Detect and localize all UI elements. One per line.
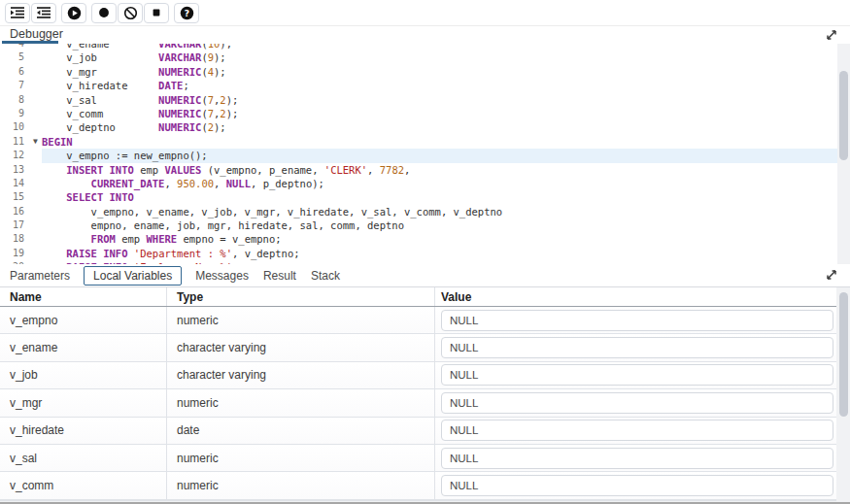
tab-messages[interactable]: Messages <box>194 267 250 285</box>
code-text: RAISE INFO 'Department : %', v_deptno; <box>42 247 837 260</box>
line-number[interactable]: 19 <box>0 247 29 260</box>
fold-gutter <box>29 205 42 218</box>
line-number[interactable]: 16 <box>0 205 29 218</box>
expand-editor-button[interactable] <box>824 27 839 43</box>
column-header-value[interactable]: Value <box>435 287 836 306</box>
column-header-name[interactable]: Name <box>0 287 167 306</box>
no-breakpoint-icon <box>123 6 138 20</box>
code-line: 13 INSERT INTO emp VALUES (v_empno, p_en… <box>0 163 837 177</box>
line-number[interactable]: 11 <box>0 135 29 149</box>
line-number[interactable]: 8 <box>0 93 29 107</box>
code-line: 11▼BEGIN <box>0 135 837 149</box>
variable-value-input[interactable] <box>441 310 833 331</box>
variable-row[interactable]: v_salnumeric <box>0 445 850 472</box>
code-editor[interactable]: 4 v_ename VARCHAR(10);5 v_job VARCHAR(9)… <box>0 44 850 264</box>
variable-row[interactable]: v_mgrnumeric <box>0 389 850 417</box>
variable-name: v_job <box>0 362 167 388</box>
variable-value-input[interactable] <box>441 364 833 386</box>
code-line: 12 v_empno := new_empno(); <box>0 149 837 162</box>
variable-value-input[interactable] <box>441 392 833 414</box>
tab-result[interactable]: Result <box>262 267 297 285</box>
code-text: v_hiredate DATE; <box>42 79 837 92</box>
fold-gutter <box>29 79 42 92</box>
continue-button[interactable] <box>61 3 86 23</box>
variable-name: v_mgr <box>0 389 167 416</box>
toolbar-button-group <box>91 3 170 23</box>
help-button[interactable]: ? <box>174 3 199 23</box>
fold-gutter <box>29 218 42 232</box>
fold-gutter <box>29 163 42 177</box>
variable-row[interactable]: v_jobcharacter varying <box>0 362 850 389</box>
debugger-window: ? Debugger 4 v_ename VARCHAR(10);5 v_job… <box>0 0 850 504</box>
variable-type: character varying <box>167 334 435 360</box>
variable-row[interactable]: v_hiredatedate <box>0 418 850 445</box>
code-text: v_sal NUMERIC(7,2); <box>42 93 837 107</box>
variable-row[interactable]: v_commnumeric <box>0 472 850 499</box>
expand-icon <box>824 267 839 283</box>
continue-icon <box>67 6 82 20</box>
debugger-panel-tabs: ParametersLocal VariablesMessagesResultS… <box>0 264 850 287</box>
tab-parameters[interactable]: Parameters <box>9 267 71 285</box>
line-number[interactable]: 9 <box>0 107 29 120</box>
fold-gutter <box>29 93 42 107</box>
tab-stack[interactable]: Stack <box>310 267 341 285</box>
code-line: 5 v_job VARCHAR(9); <box>0 50 837 64</box>
fold-gutter <box>29 177 42 190</box>
variable-type: numeric <box>167 389 435 416</box>
svg-text:?: ? <box>184 8 188 17</box>
expand-icon <box>824 27 839 43</box>
column-header-type[interactable]: Type <box>167 287 435 306</box>
variable-value-input[interactable] <box>441 420 833 441</box>
line-number[interactable]: 18 <box>0 232 29 246</box>
variable-value-cell <box>435 472 836 498</box>
toolbar-button-group: ? <box>174 3 200 23</box>
line-number[interactable]: 4 <box>0 44 29 50</box>
variable-type: character varying <box>167 362 435 388</box>
code-line: 18 FROM emp WHERE empno = v_empno; <box>0 232 837 246</box>
fold-gutter <box>29 120 42 134</box>
variable-name: v_comm <box>0 472 167 498</box>
grid-scrollbar-thumb[interactable] <box>839 292 848 417</box>
tab-debugger[interactable]: Debugger <box>10 27 63 41</box>
variable-row[interactable]: v_enamecharacter varying <box>0 334 850 361</box>
code-text: INSERT INTO emp VALUES (v_empno, p_ename… <box>42 163 837 177</box>
code-text: v_empno := new_empno(); <box>42 149 837 162</box>
expand-panel-button[interactable] <box>824 267 839 283</box>
line-number[interactable]: 5 <box>0 50 29 64</box>
fold-marker-icon[interactable]: ▼ <box>29 135 42 149</box>
variable-value-input[interactable] <box>441 337 833 358</box>
variable-value-cell <box>435 445 836 471</box>
line-number[interactable]: 7 <box>0 79 29 92</box>
line-number[interactable]: 17 <box>0 218 29 232</box>
line-number[interactable]: 6 <box>0 65 29 79</box>
code-text: v_deptno NUMERIC(2); <box>42 120 837 134</box>
clear-all-breakpoints-button[interactable] <box>118 3 143 23</box>
code-line: 8 v_sal NUMERIC(7,2); <box>0 93 837 107</box>
variable-value-input[interactable] <box>441 448 833 469</box>
variable-name: v_empno <box>0 307 167 333</box>
editor-scrollbar[interactable] <box>837 44 850 264</box>
code-text: SELECT INTO <box>42 190 837 204</box>
step-into-icon <box>11 6 24 19</box>
editor-scrollbar-thumb[interactable] <box>839 71 848 160</box>
code-line: 19 RAISE INFO 'Department : %', v_deptno… <box>0 247 837 260</box>
line-number[interactable]: 14 <box>0 177 29 190</box>
line-number[interactable]: 13 <box>0 163 29 177</box>
toggle-breakpoint-button[interactable] <box>91 3 117 23</box>
variable-value-input[interactable] <box>441 475 833 496</box>
line-number[interactable]: 10 <box>0 120 29 134</box>
variable-row[interactable]: v_empnonumeric <box>0 307 850 334</box>
step-into-button[interactable] <box>5 3 30 23</box>
help-icon: ? <box>180 6 194 20</box>
line-number[interactable]: 15 <box>0 190 29 204</box>
step-over-button[interactable] <box>31 3 56 23</box>
stop-button[interactable] <box>144 3 169 23</box>
variable-type: numeric <box>167 472 435 498</box>
line-number[interactable]: 12 <box>0 149 29 162</box>
debugger-toolbar: ? <box>0 0 850 26</box>
tab-local-variables[interactable]: Local Variables <box>84 266 182 286</box>
grid-scrollbar[interactable] <box>836 287 850 504</box>
code-line: 10 v_deptno NUMERIC(2); <box>0 120 837 134</box>
code-line: 15 SELECT INTO <box>0 190 837 204</box>
fold-gutter <box>29 50 42 64</box>
